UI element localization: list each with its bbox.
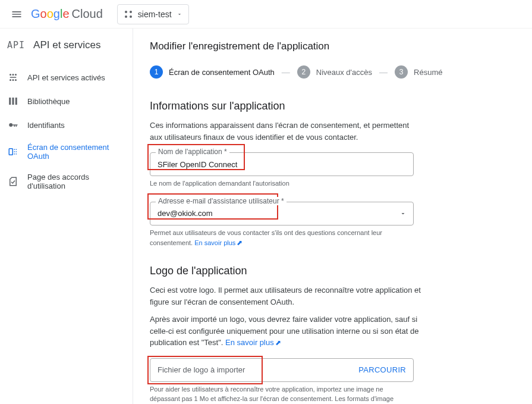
support-email-helper: Permet aux utilisateurs de vous contacte… — [150, 228, 414, 249]
main-content: Modifier l'enregistrement de l'applicati… — [133, 29, 532, 404]
svg-rect-8 — [15, 98, 17, 105]
logo-upload-wrap: Fichier de logo à importer PARCOURIR — [150, 358, 414, 382]
app-name-label: Nom de l'application * — [156, 148, 229, 156]
logo-letter: G — [31, 7, 40, 20]
sidebar: API API et services API et services acti… — [0, 29, 133, 404]
sidebar-item-services[interactable]: API et services activés — [0, 65, 133, 89]
step-label: Écran de consentement OAuth — [169, 68, 275, 77]
step-number: 2 — [297, 65, 310, 79]
logo-heading: Logo de l'application — [150, 265, 515, 277]
sidebar-item-label: Page des accords d'utilisation — [27, 173, 125, 190]
logo-description-1: Ceci est votre logo. Il permet aux utili… — [150, 284, 423, 308]
step-number: 3 — [395, 65, 408, 79]
support-email-field-wrap: Adresse e-mail d'assistance utilisateur … — [150, 202, 414, 226]
key-icon — [7, 119, 19, 131]
step-consent[interactable]: 1 Écran de consentement OAuth — [150, 65, 275, 79]
usage-icon — [7, 176, 19, 187]
sidebar-title: API et services — [33, 39, 100, 51]
google-cloud-logo[interactable]: Google Cloud — [31, 7, 103, 21]
sidebar-item-label: Écran de consentement OAuth — [27, 143, 125, 161]
svg-rect-10 — [9, 149, 12, 155]
sidebar-item-library[interactable]: Bibliothèque — [0, 89, 133, 113]
sidebar-item-label: Identifiants — [27, 121, 65, 130]
project-name: siem-test — [138, 10, 172, 19]
step-label: Niveaux d'accès — [316, 68, 372, 77]
hamburger-menu-icon[interactable] — [10, 7, 24, 21]
app-name-helper: Le nom de l'application demandant l'auto… — [150, 178, 414, 189]
step-label: Résumé — [414, 68, 442, 77]
logo-upload-helper: Pour aider les utilisateurs à reconnaîtr… — [150, 384, 414, 405]
external-link-icon: ⬈ — [237, 239, 243, 247]
svg-point-9 — [9, 123, 12, 127]
external-link-icon: ⬈ — [275, 339, 281, 347]
logo-letter: o — [40, 7, 47, 20]
library-icon — [7, 95, 19, 107]
step-separator: — — [379, 67, 388, 77]
sidebar-header: API API et services — [0, 31, 133, 61]
svg-rect-6 — [9, 98, 11, 105]
chevron-down-icon — [177, 11, 182, 17]
support-email-label: Adresse e-mail d'assistance utilisateur … — [156, 197, 287, 205]
upload-placeholder: Fichier de logo à importer — [158, 365, 245, 374]
logo-cloud-word: Cloud — [72, 7, 103, 21]
logo-description-2: Après avoir importé un logo, vous devrez… — [150, 314, 423, 349]
svg-rect-7 — [12, 98, 14, 105]
sidebar-item-usage[interactable]: Page des accords d'utilisation — [0, 167, 133, 196]
sidebar-item-label: Bibliothèque — [27, 97, 70, 106]
step-number: 1 — [150, 65, 163, 79]
step-separator: — — [282, 67, 290, 77]
svg-point-5 — [15, 79, 17, 81]
support-email-select[interactable] — [150, 202, 414, 226]
app-info-heading: Informations sur l'application — [150, 100, 515, 112]
sidebar-item-credentials[interactable]: Identifiants — [0, 113, 133, 137]
logo-desc-text: Après avoir importé un logo, vous devrez… — [150, 315, 418, 347]
learn-more-link[interactable]: En savoir plus⬈ — [194, 239, 243, 246]
api-mark-icon: API — [7, 40, 25, 51]
sidebar-item-label: API et services activés — [27, 73, 105, 82]
topbar: Google Cloud siem-test — [0, 0, 532, 29]
stepper: 1 Écran de consentement OAuth — 2 Niveau… — [150, 65, 515, 79]
sidebar-item-oauth-consent[interactable]: Écran de consentement OAuth — [0, 137, 133, 167]
consent-icon — [7, 146, 19, 158]
logo-letter: e — [62, 7, 69, 20]
app-info-description: Ces informations apparaissent dans l'écr… — [150, 120, 423, 143]
logo-letter: g — [53, 7, 60, 20]
svg-point-4 — [12, 79, 14, 81]
page-title: Modifier l'enregistrement de l'applicati… — [150, 40, 515, 52]
logo-letter: o — [47, 7, 53, 20]
app-name-field-wrap: Nom de l'application * — [150, 152, 414, 176]
svg-point-0 — [10, 74, 11, 76]
step-summary[interactable]: 3 Résumé — [395, 65, 442, 79]
helper-text: Permet aux utilisateurs de vous contacte… — [150, 229, 382, 247]
svg-point-3 — [10, 79, 11, 81]
learn-more-link[interactable]: En savoir plus⬈ — [225, 338, 281, 347]
svg-point-1 — [12, 74, 14, 76]
app-name-input[interactable] — [150, 152, 414, 176]
dashboard-icon — [7, 71, 19, 83]
logo-upload-field[interactable]: Fichier de logo à importer PARCOURIR — [150, 358, 414, 382]
project-selector[interactable]: siem-test — [117, 4, 189, 24]
browse-button[interactable]: PARCOURIR — [358, 365, 406, 374]
project-icon — [124, 10, 133, 19]
step-scopes[interactable]: 2 Niveaux d'accès — [297, 65, 372, 79]
svg-point-2 — [15, 74, 17, 76]
